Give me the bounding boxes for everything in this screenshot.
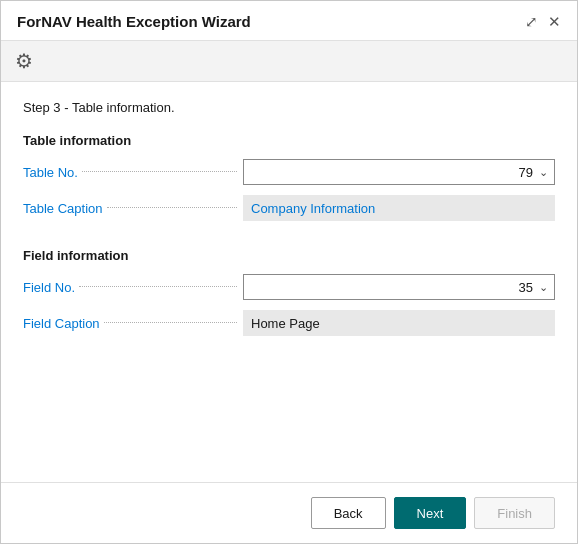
table-no-row: Table No. 79 ⌄ [23,158,555,186]
table-caption-label: Table Caption [23,201,103,216]
table-no-label: Table No. [23,165,78,180]
field-caption-dots [104,322,237,323]
field-no-field: 35 ⌄ [243,274,555,300]
wizard-content: Step 3 - Table information. Table inform… [1,82,577,482]
field-caption-label: Field Caption [23,316,100,331]
table-section: Table information Table No. 79 ⌄ Table C… [23,133,555,230]
dialog-title: ForNAV Health Exception Wizard [17,13,251,30]
close-icon[interactable]: ✕ [548,14,561,29]
table-no-value: 79 [250,165,533,180]
table-caption-field: Company Information [243,195,555,221]
expand-icon[interactable]: ⤢ [525,14,538,29]
table-caption-value: Company Information [243,195,555,221]
title-bar-icons: ⤢ ✕ [525,14,561,29]
step-label: Step 3 - Table information. [23,100,555,115]
field-no-chevron-icon: ⌄ [539,281,548,294]
table-no-chevron-icon: ⌄ [539,166,548,179]
field-section: Field information Field No. 35 ⌄ Field C… [23,248,555,345]
table-caption-dots [107,207,238,208]
next-button[interactable]: Next [394,497,467,529]
field-no-dots [79,286,237,287]
field-caption-value: Home Page [243,310,555,336]
footer: Back Next Finish [1,482,577,543]
field-no-label: Field No. [23,280,75,295]
finish-button: Finish [474,497,555,529]
table-caption-row: Table Caption Company Information [23,194,555,222]
toolbar: ⚙ [1,41,577,82]
field-caption-field: Home Page [243,310,555,336]
field-caption-row: Field Caption Home Page [23,309,555,337]
field-no-dropdown[interactable]: 35 ⌄ [243,274,555,300]
field-no-value: 35 [250,280,533,295]
gear-icon[interactable]: ⚙ [15,49,33,73]
table-no-dropdown[interactable]: 79 ⌄ [243,159,555,185]
field-no-row: Field No. 35 ⌄ [23,273,555,301]
table-section-title: Table information [23,133,555,148]
table-no-field: 79 ⌄ [243,159,555,185]
table-no-dots [82,171,237,172]
field-section-title: Field information [23,248,555,263]
back-button[interactable]: Back [311,497,386,529]
wizard-dialog: ForNAV Health Exception Wizard ⤢ ✕ ⚙ Ste… [0,0,578,544]
title-bar: ForNAV Health Exception Wizard ⤢ ✕ [1,1,577,41]
